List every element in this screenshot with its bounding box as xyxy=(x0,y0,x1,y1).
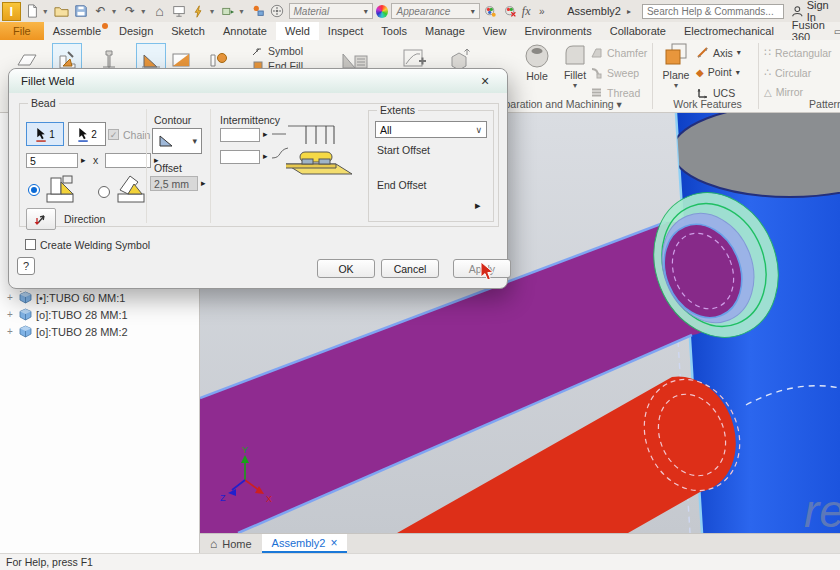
adjust-icon[interactable] xyxy=(483,3,500,20)
close-tab-icon[interactable]: × xyxy=(330,536,337,550)
extents-expand-arrow[interactable]: ▸ xyxy=(475,199,481,212)
panel-separator xyxy=(758,43,759,109)
leg1-flyout-arrow[interactable]: ▸ xyxy=(81,155,86,165)
extents-dropdown[interactable]: All ∨ xyxy=(375,121,487,138)
material-browser-icon[interactable] xyxy=(269,3,286,20)
new-file-caret[interactable]: ▾ xyxy=(43,7,50,16)
tree-item-label: [o]:TUBO 28 MM:1 xyxy=(36,309,128,321)
symbol-icon xyxy=(252,45,264,57)
intermittency-pitch-arrow[interactable]: ▸ xyxy=(263,151,268,161)
cursor-1-icon xyxy=(35,127,48,142)
ilogic-caret[interactable]: ▾ xyxy=(210,7,217,16)
ribbon-tab-tools[interactable]: Tools xyxy=(372,22,416,40)
end-offset-label: End Offset xyxy=(377,179,426,191)
ribbon-tab-manage[interactable]: Manage xyxy=(416,22,474,40)
axis-x-label: X xyxy=(266,494,272,504)
weld-type-1-radio[interactable] xyxy=(28,184,40,196)
dialog-header[interactable]: Fillet Weld × xyxy=(9,69,507,93)
tree-item-tubo60[interactable]: + [•]:TUBO 60 MM:1 xyxy=(0,289,200,306)
intermittency-length-arrow[interactable]: ▸ xyxy=(263,129,268,139)
tree-item-tubo28-2[interactable]: + [o]:TUBO 28 MM:2 xyxy=(0,323,200,340)
ribbon-tab-weld[interactable]: Weld xyxy=(276,22,319,40)
search-input[interactable] xyxy=(642,4,784,19)
select-edge-1-button[interactable]: 1 xyxy=(26,122,64,146)
doc-name-caret[interactable]: ▸ xyxy=(627,7,631,16)
ribbon-tab-environments[interactable]: Environments xyxy=(515,22,600,40)
expand-plus-icon[interactable]: + xyxy=(7,326,15,337)
select-edge-2-button[interactable]: 2 xyxy=(68,122,106,146)
help-button[interactable]: ? xyxy=(17,257,35,275)
save-icon[interactable] xyxy=(73,3,90,20)
offset-flyout-arrow: ▸ xyxy=(201,178,206,188)
ground-caret[interactable]: ▾ xyxy=(239,7,246,16)
create-welding-symbol-checkbox[interactable] xyxy=(25,239,36,250)
appearance-select[interactable]: Appearance ▾ xyxy=(391,3,479,19)
plane-caret[interactable]: ▾ xyxy=(674,81,678,90)
appearance-caret: ▾ xyxy=(471,7,475,16)
fillet-button[interactable]: Fillet ▾ xyxy=(556,42,594,90)
hole-button[interactable]: Hole xyxy=(518,42,556,82)
extents-group: Extents All ∨ Start Offset End Offset ▸ xyxy=(368,110,494,222)
weld-type-2-radio[interactable] xyxy=(98,186,110,198)
intermittency-diagram xyxy=(272,118,360,180)
appearance-wheel-icon[interactable] xyxy=(376,5,389,18)
fillet-icon xyxy=(562,42,588,68)
plane-button[interactable]: Plane ▾ xyxy=(657,42,695,90)
status-bar: For Help, press F1 xyxy=(0,553,840,570)
fillet-caret[interactable]: ▾ xyxy=(573,81,577,90)
undo-caret[interactable]: ▾ xyxy=(112,7,119,16)
point-label: Point xyxy=(708,66,732,78)
cancel-button[interactable]: Cancel xyxy=(381,259,439,278)
axis-button[interactable]: Axis ▾ xyxy=(696,46,741,59)
material-select[interactable]: Material ▾ xyxy=(289,3,373,19)
intermittency-length-input[interactable] xyxy=(220,128,260,142)
ribbon-tab-annotate[interactable]: Annotate xyxy=(214,22,276,40)
plane-icon xyxy=(663,42,689,68)
expand-plus-icon[interactable]: + xyxy=(7,292,15,303)
ribbon-tab-sketch[interactable]: Sketch xyxy=(162,22,214,40)
sweep-label: Sweep xyxy=(607,67,639,79)
expand-plus-icon[interactable]: + xyxy=(7,309,15,320)
undo-icon[interactable]: ↶ xyxy=(92,3,109,20)
ok-button[interactable]: OK xyxy=(317,259,375,278)
chain-checkbox: ✓ xyxy=(108,129,119,140)
point-button[interactable]: ◆ Point ▾ xyxy=(696,66,740,78)
ribbon-tab-design[interactable]: Design xyxy=(110,22,162,40)
doc-tab-assembly2[interactable]: Assembly2 × xyxy=(262,534,348,553)
ribbon-tab-view[interactable]: View xyxy=(474,22,516,40)
ilogic-icon[interactable] xyxy=(190,3,207,20)
clear-appearance-icon[interactable] xyxy=(502,3,519,20)
ribbon-tab-inspect[interactable]: Inspect xyxy=(319,22,372,40)
parameters-fx-icon[interactable]: fx xyxy=(522,4,531,19)
ribbon-tab-collaborate[interactable]: Collaborate xyxy=(601,22,675,40)
home-icon[interactable]: ⌂ xyxy=(151,3,168,20)
direction-button[interactable] xyxy=(26,208,56,230)
symbol-button[interactable]: Symbol xyxy=(252,45,303,57)
axis-caret[interactable]: ▾ xyxy=(737,48,741,57)
open-icon[interactable] xyxy=(53,3,70,20)
close-icon[interactable]: × xyxy=(475,73,495,89)
ribbon-tab-file[interactable]: File xyxy=(0,22,44,40)
leg1-input[interactable]: 5 xyxy=(26,153,78,168)
circular-pattern-icon: ∴ xyxy=(764,66,771,79)
leg2-input[interactable] xyxy=(105,153,151,168)
ribbon-tab-fusion360[interactable]: Fusion 360 xyxy=(783,22,834,40)
watermark: re xyxy=(804,485,840,533)
contour-dropdown[interactable]: ▾ xyxy=(152,128,202,154)
redo-caret[interactable]: ▾ xyxy=(141,7,148,16)
ribbon-tab-electromechanical[interactable]: Electromechanical xyxy=(675,22,783,40)
redo-icon[interactable]: ↷ xyxy=(122,3,139,20)
inventor-logo[interactable]: I xyxy=(2,2,21,21)
qat-overflow-icon[interactable]: » xyxy=(534,3,551,20)
tree-item-tubo28-1[interactable]: + [o]:TUBO 28 MM:1 xyxy=(0,306,200,323)
point-caret[interactable]: ▾ xyxy=(736,68,740,77)
tab-label: Assemble xyxy=(53,25,101,37)
new-file-icon[interactable] xyxy=(24,3,41,20)
ribbon-tab-assemble[interactable]: Assemble xyxy=(44,22,110,40)
person-component-icon[interactable] xyxy=(249,3,266,20)
intermittency-pitch-input[interactable] xyxy=(220,150,260,164)
presentation-icon[interactable] xyxy=(171,3,188,20)
ground-component-icon[interactable] xyxy=(220,3,237,20)
doc-tab-home[interactable]: ⌂ Home xyxy=(200,534,262,553)
ribbon-display-options[interactable]: ▭▾ xyxy=(834,22,840,40)
